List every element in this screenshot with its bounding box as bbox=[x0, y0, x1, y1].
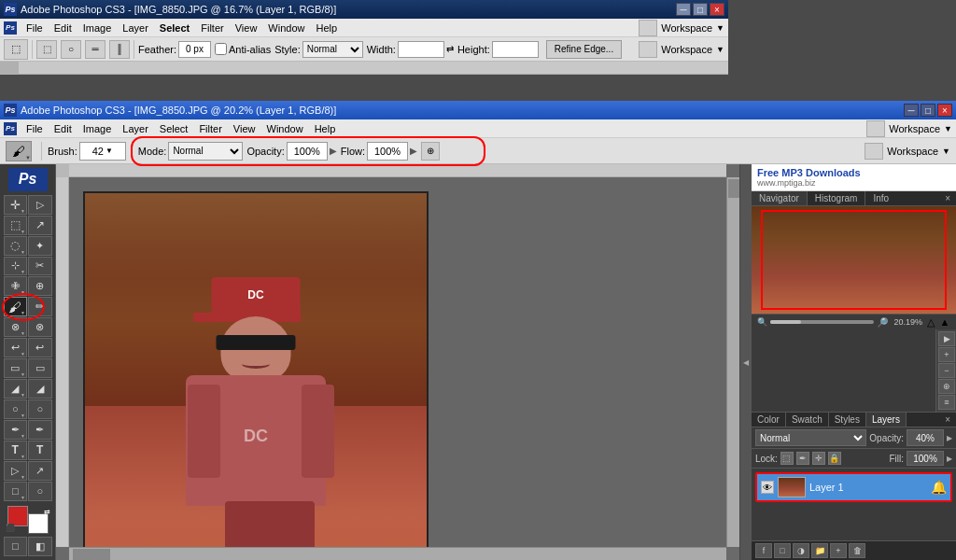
outer-style-select[interactable]: Normal bbox=[302, 41, 363, 58]
inner-menu-help[interactable]: Help bbox=[309, 121, 342, 136]
zoom-in-icon[interactable]: 🔎 bbox=[877, 317, 888, 328]
quick-mask-btn[interactable]: ◧ bbox=[28, 537, 52, 556]
inner-menu-layer[interactable]: Layer bbox=[117, 121, 154, 136]
nav-tool-1[interactable]: ▶ bbox=[938, 331, 955, 346]
outer-minimize-btn[interactable]: ─ bbox=[676, 3, 691, 16]
heal-tool[interactable]: ✙▼ bbox=[4, 276, 28, 296]
outer-menu-file[interactable]: File bbox=[21, 21, 49, 35]
outer-close-btn[interactable]: × bbox=[710, 3, 724, 16]
outer-maximize-btn[interactable]: □ bbox=[693, 3, 708, 16]
outer-refine-edge-btn[interactable]: Refine Edge... bbox=[546, 40, 622, 59]
outer-menu-select[interactable]: Select bbox=[154, 21, 195, 35]
shape-tool[interactable]: □▼ bbox=[4, 482, 28, 501]
inner-menu-file[interactable]: File bbox=[21, 121, 49, 136]
nav-tab-navigator[interactable]: Navigator bbox=[752, 191, 808, 205]
canvas-scroll-thumb-v[interactable] bbox=[728, 179, 739, 198]
gradient-tool[interactable]: ◢▼ bbox=[4, 379, 28, 399]
pencil-tool[interactable]: ✏ bbox=[28, 297, 52, 316]
nav-tool-3[interactable]: − bbox=[938, 363, 955, 378]
inner-close-btn[interactable]: × bbox=[937, 104, 952, 117]
layer-style-btn[interactable]: f bbox=[755, 543, 772, 558]
mode-select[interactable]: Normal bbox=[168, 142, 243, 161]
type-tool[interactable]: T▼ bbox=[4, 441, 28, 460]
history-tool[interactable]: ↩▼ bbox=[4, 338, 28, 357]
canvas-scroll-h[interactable] bbox=[69, 547, 726, 560]
std-mode-btn[interactable]: □ bbox=[4, 537, 28, 556]
layer-visibility-eye[interactable]: 👁 bbox=[761, 481, 774, 494]
outer-menu-layer[interactable]: Layer bbox=[117, 21, 154, 35]
blend-mode-select[interactable]: Normal bbox=[755, 429, 866, 446]
fill-value[interactable]: 100% bbox=[907, 451, 944, 466]
path-select-tool[interactable]: ▷▼ bbox=[4, 461, 28, 481]
dodge-tool[interactable]: ○▼ bbox=[4, 399, 28, 419]
outer-width-input[interactable] bbox=[398, 41, 444, 58]
lock-position-btn[interactable]: ✛ bbox=[812, 452, 825, 465]
crop-tool[interactable]: ⊹▼ bbox=[4, 257, 28, 276]
outer-tool-select[interactable]: ⬚ bbox=[4, 39, 28, 60]
outer-menu-edit[interactable]: Edit bbox=[49, 21, 77, 35]
nav-tab-info[interactable]: Info bbox=[865, 191, 896, 205]
opacity-ctrl-value[interactable]: 40% bbox=[907, 429, 944, 446]
outer-antialias-check[interactable] bbox=[215, 43, 227, 55]
lasso-tool[interactable]: ◌▼ bbox=[4, 236, 28, 256]
brush-tool-btn[interactable]: 🖌▼ bbox=[4, 297, 28, 316]
lock-image-btn[interactable]: ✒ bbox=[796, 452, 809, 465]
layer-group-btn[interactable]: 📁 bbox=[811, 543, 828, 558]
layer-mask-btn[interactable]: □ bbox=[774, 543, 791, 558]
fill-tool[interactable]: ◢ bbox=[28, 379, 52, 399]
art-history-tool[interactable]: ↩ bbox=[28, 338, 52, 357]
ps-logo[interactable]: Ps bbox=[8, 168, 48, 191]
tab-styles[interactable]: Styles bbox=[829, 413, 866, 427]
layer-adj-btn[interactable]: ◑ bbox=[793, 543, 809, 558]
outer-menu-window[interactable]: Window bbox=[262, 21, 310, 35]
pen-tool[interactable]: ✒▼ bbox=[4, 420, 28, 440]
outer-workspace-icon[interactable] bbox=[639, 20, 657, 36]
move-tool[interactable]: ✛▼ bbox=[4, 195, 28, 215]
select-tool[interactable]: ⬚▼ bbox=[4, 216, 28, 235]
direct-select-tool2[interactable]: ↗ bbox=[28, 461, 52, 481]
inner-workspace-label[interactable]: Workspace bbox=[889, 123, 940, 134]
tab-color[interactable]: Color bbox=[752, 413, 786, 427]
outer-marquee-rect[interactable]: ⬚ bbox=[36, 40, 57, 59]
flow-input[interactable]: 100% bbox=[367, 142, 408, 161]
slice-tool[interactable]: ✂ bbox=[28, 257, 52, 276]
burn-tool[interactable]: ○ bbox=[28, 399, 52, 419]
nav-panel-close[interactable]: × bbox=[939, 191, 956, 205]
inner-workspace2-label[interactable]: Workspace bbox=[887, 146, 938, 157]
opacity-input[interactable]: 100% bbox=[287, 142, 328, 161]
freeform-pen-tool[interactable]: ✒ bbox=[28, 420, 52, 440]
brush-size-input[interactable]: 42 ▼ bbox=[79, 142, 126, 161]
outer-feather-input[interactable] bbox=[178, 41, 211, 58]
outer-menu-filter[interactable]: Filter bbox=[195, 21, 229, 35]
outer-menu-image[interactable]: Image bbox=[77, 21, 118, 35]
nav-tab-histogram[interactable]: Histogram bbox=[808, 191, 866, 205]
swap-colors-icon[interactable]: ⇄ bbox=[44, 508, 50, 516]
bg-color-swatch[interactable] bbox=[28, 513, 49, 534]
opacity-arrow-ctrl[interactable]: ▶ bbox=[947, 434, 952, 442]
outer-menu-help[interactable]: Help bbox=[310, 21, 343, 35]
outer-marquee-col[interactable]: ║ bbox=[109, 40, 130, 59]
bg-eraser-tool[interactable]: ▭ bbox=[28, 358, 52, 378]
canvas-scroll-thumb-h[interactable] bbox=[73, 549, 110, 560]
stamp-tool[interactable]: ⊗▼ bbox=[4, 317, 28, 337]
nav-tool-2[interactable]: + bbox=[938, 347, 955, 362]
pattern-tool[interactable]: ⊗ bbox=[28, 317, 52, 337]
flow-arrow[interactable]: ▶ bbox=[410, 146, 417, 156]
layer-delete-btn[interactable]: 🗑 bbox=[849, 543, 865, 558]
outer-menu-view[interactable]: View bbox=[230, 21, 263, 35]
outer-marquee-row[interactable]: ═ bbox=[85, 40, 105, 59]
lock-all-btn[interactable]: 🔒 bbox=[828, 452, 841, 465]
nav-view-box[interactable] bbox=[761, 210, 947, 310]
brush-tool-icon[interactable]: 🖌 ▼ bbox=[6, 141, 32, 161]
inner-menu-view[interactable]: View bbox=[228, 121, 261, 136]
tab-swatch[interactable]: Swatch bbox=[786, 413, 829, 427]
inner-workspace-icon[interactable] bbox=[866, 120, 885, 137]
inner-maximize-btn[interactable]: □ bbox=[921, 104, 935, 117]
layer-new-btn[interactable]: + bbox=[830, 543, 847, 558]
eraser-tool[interactable]: ▭▼ bbox=[4, 358, 28, 378]
tab-layers[interactable]: Layers bbox=[866, 413, 907, 427]
magic-wand-tool[interactable]: ✦ bbox=[28, 236, 52, 256]
outer-workspace2-label[interactable]: Workspace bbox=[661, 44, 712, 55]
airbrush-btn[interactable]: ⊕ bbox=[421, 142, 440, 161]
nav-tool-5[interactable]: ≡ bbox=[938, 395, 955, 410]
